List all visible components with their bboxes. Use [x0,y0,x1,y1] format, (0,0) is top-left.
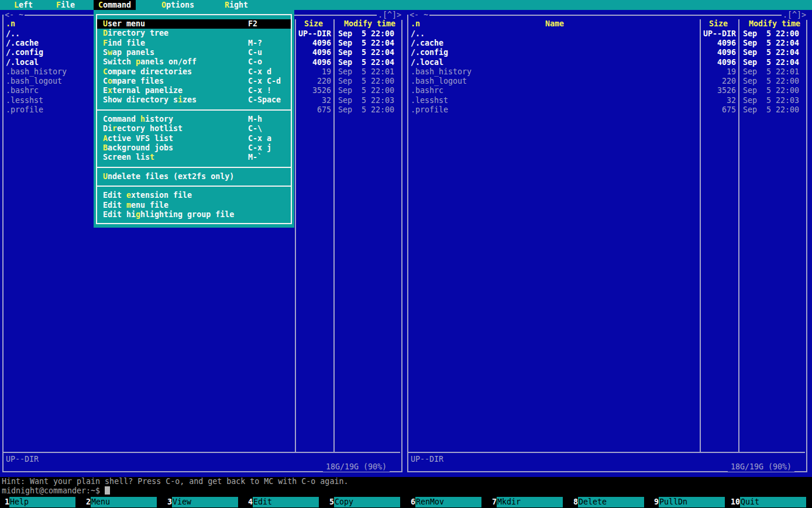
hotkey-letter: e [126,191,131,200]
fkey-button-copy[interactable]: 5Copy [325,497,406,507]
menu-item-screen-list[interactable]: Screen listM-` [97,153,291,162]
panel-path[interactable]: ~ [424,11,428,19]
menu-item-label: Directory tree [103,29,168,38]
history-back-button[interactable]: <- [5,11,14,19]
menu-item-directory-tree[interactable]: Directory tree [97,29,291,38]
file-row[interactable]: /.config4096Sep 5 22:04 [408,48,805,57]
fkey-button-mkdir[interactable]: 7Mkdir [487,497,569,507]
label-rest: mpare files [112,77,164,85]
menubar-item-left[interactable]: Left [9,0,37,10]
menu-item-command-history[interactable]: Command historyM-h [97,115,291,124]
fkey-button-renmov[interactable]: 6RenMov [406,497,487,507]
menu-item-edit-menu-file[interactable]: Edit menu file [97,201,291,210]
column-header-mtime[interactable]: Modify time [738,19,811,29]
menu-item-switch-panels-on-off[interactable]: Switch panels on/offC-o [97,57,291,67]
menu-item-user-menu[interactable]: User menuF2 [97,19,291,29]
menu-item-active-vfs-list[interactable]: Active VFS listC-x a [97,134,291,143]
file-row[interactable]: .bash_history19Sep 5 22:01 [408,67,805,77]
menu-item-label: Switch panels on/off [103,57,197,67]
hotkey-letter: R [225,1,229,9]
file-mtime: Sep 5 22:00 [743,105,799,115]
file-row[interactable]: .profile675Sep 5 22:00 [408,105,805,115]
file-mtime: Sep 5 22:00 [338,29,394,39]
menu-item-undelete-files-ext2fs-only[interactable]: Undelete files (ext2fs only) [97,172,291,181]
file-mtime: Sep 5 22:04 [338,48,394,57]
file-row[interactable]: .bashrc3526Sep 5 22:00 [408,86,805,95]
fkey-button-delete[interactable]: 8Delete [569,497,650,507]
menu-item-show-directory-sizes[interactable]: Show directory sizesC-Space [97,95,291,105]
fkey-number: 8 [569,497,578,507]
label-pre: S [103,48,108,57]
label-rest: ndelete files (ext2fs only) [108,172,234,181]
fkey-number: 6 [406,497,415,507]
menu-item-label: Edit highlighting group file [103,210,234,219]
menubar-item-file[interactable]: File [51,0,80,10]
hotkey-letter: F [56,1,61,9]
menubar-item-command[interactable]: Command [94,0,136,10]
file-row[interactable]: /.cache4096Sep 5 22:04 [408,39,805,48]
file-row[interactable]: .bash_logout220Sep 5 22:00 [408,77,805,86]
menu-item-external-panelize[interactable]: External panelizeC-x ! [97,86,291,95]
file-row[interactable]: /..UP--DIRSep 5 22:00 [408,29,805,39]
fkey-number: 4 [243,497,253,507]
file-name: /.local [6,58,39,67]
menu-item-shortcut: C-x j [248,143,271,153]
menu-item-shortcut: C-x C-d [248,77,281,86]
menu-separator [96,186,292,187]
file-name: .profile [6,105,43,115]
history-back-button[interactable]: <- [410,11,419,19]
menu-item-directory-hotlist[interactable]: Directory hotlistC-\ [97,124,291,133]
file-name: /.. [6,29,20,39]
menu-item-edit-extension-file[interactable]: Edit extension file [97,191,291,200]
column-header-mtime[interactable]: Modify time [333,19,406,29]
fkey-button-view[interactable]: 3View [163,497,244,507]
menu-item-label: Background jobs [103,143,173,153]
hotkey-letter: C [98,1,103,9]
ministatus-separator [408,452,805,453]
fkey-label: RenMov [415,497,481,507]
file-name: .bashrc [6,86,39,95]
menu-item-label: Active VFS list [103,134,173,143]
label-rest: ommand [103,1,131,9]
file-row[interactable]: /.local4096Sep 5 22:04 [408,58,805,67]
updir-button[interactable]: .[^]> [377,11,402,20]
menu-separator [96,167,292,168]
menu-item-edit-highlighting-group-file[interactable]: Edit highlighting group file [97,210,291,219]
column-header-size[interactable]: Size [700,19,737,29]
hotkey-letter: L [14,1,19,9]
fkey-label: PullDn [659,497,725,507]
updir-button[interactable]: .[^]> [782,11,807,20]
column-header-name[interactable]: Name [411,19,699,29]
menubar-item-options[interactable]: Options [157,0,199,10]
fkey-button-help[interactable]: 1Help [0,497,81,507]
fkey-button-pulldn[interactable]: 9PullDn [649,497,731,507]
file-mtime: Sep 5 22:04 [338,58,394,67]
hotkey-letter: O [161,1,166,9]
menu-item-background-jobs[interactable]: Background jobsC-x j [97,143,291,153]
free-space-indicator: 18G/19G (90%) [728,462,794,472]
panel-path[interactable]: ~ [19,11,23,19]
hotkey-letter: m [126,201,131,210]
menu-item-compare-files[interactable]: Compare filesC-x C-d [97,77,291,86]
label-pre: C [103,77,108,85]
column-header-size[interactable]: Size [295,19,332,29]
menu-separator [96,109,292,111]
command-line[interactable]: midnight@commander:~$ [2,486,110,496]
menu-item-compare-directories[interactable]: Compare directoriesC-x d [97,67,291,77]
menu-item-find-file[interactable]: Find fileM-? [97,39,291,48]
fkey-button-edit[interactable]: 4Edit [243,497,325,507]
mini-status: UP--DIR [6,455,39,464]
file-row[interactable]: .lesshst32Sep 5 22:03 [408,96,805,105]
label-rest: ternal panelize [112,86,183,95]
fkey-button-quit[interactable]: 10Quit [731,497,812,507]
fkey-button-menu[interactable]: 2Menu [81,497,163,507]
label-pre: E [103,86,108,95]
file-mtime: Sep 5 22:00 [743,86,799,95]
menu-item-shortcut: C-Space [248,95,281,105]
menubar-item-right[interactable]: Right [220,0,253,10]
menu-item-shortcut: C-x d [248,67,271,77]
menu-item-swap-panels[interactable]: Swap panelsC-u [97,48,291,57]
file-size: 220 [295,77,332,86]
file-size: 675 [700,105,737,115]
file-size: 220 [700,77,737,86]
